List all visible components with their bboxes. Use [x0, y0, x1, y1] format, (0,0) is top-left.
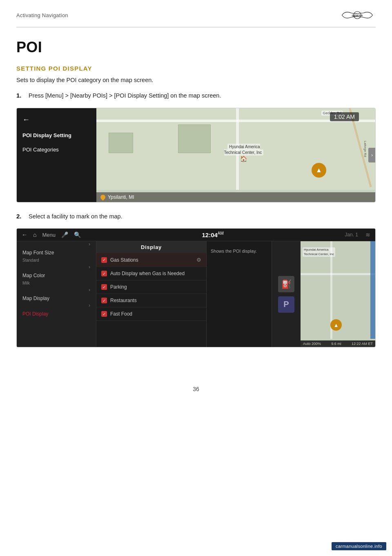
map-font-size-arrow: ›: [89, 241, 90, 247]
gas-checkbox[interactable]: ✓: [101, 257, 107, 263]
step-1-text: Press [Menu] > [Nearby POIs] > [POI Disp…: [29, 91, 221, 100]
menu-item-map-font-size[interactable]: Map Font Size › Standard: [17, 245, 96, 267]
home-icon-s2[interactable]: ⌂: [33, 231, 36, 238]
poi-display-setting-item[interactable]: POI Display Setting: [17, 128, 96, 142]
center-item-gas[interactable]: ✓ Gas Stations ⚙: [96, 253, 206, 267]
screen1-map: Geddes Rd 1:02 AM Hyundai America Techni…: [96, 108, 375, 202]
map-place-label-s2: Hyundai AmericaTechnical Center, Inc: [303, 247, 335, 257]
nav-arrow: ▲: [312, 163, 326, 178]
gas-gear-icon[interactable]: ⚙: [196, 257, 201, 263]
map-bottom-bar: Auto 200% 9.6 mi 12:22 AM ET: [301, 340, 375, 347]
genesis-logo-area: GENESIS: [339, 7, 376, 23]
center-item-auto-display[interactable]: ✓ Auto Display when Gas is Needed: [96, 267, 206, 280]
map-color-label: Map Color: [22, 273, 45, 278]
building-1: [109, 133, 133, 153]
mic-icon-s2[interactable]: 🎤: [61, 231, 68, 238]
center-item-parking[interactable]: ✓ Parking: [96, 280, 206, 294]
step-2-text: Select a facility to mark on the map.: [29, 212, 122, 221]
poi-categories-item[interactable]: POI Categories: [17, 142, 96, 157]
section-heading: SETTING POI DISPLAY: [16, 65, 376, 72]
location-text: Ypsilanti, MI: [108, 194, 134, 200]
svg-text:GENESIS: GENESIS: [352, 14, 363, 17]
screen2-topbar: ← ⌂ Menu 🎤 🔍 12:04AM Jan. 1 ≋: [17, 229, 375, 241]
main-content: POI SETTING POI DISPLAY Sets to display …: [0, 27, 392, 374]
screen2-icons-panel: ⛽ P: [272, 241, 301, 347]
side-expand-arrow[interactable]: ›: [368, 148, 375, 162]
map-bg: [301, 241, 375, 347]
fastfood-checkbox[interactable]: ✓: [101, 311, 107, 317]
location-pin-icon: [100, 193, 107, 200]
step-1-number: 1.: [16, 92, 25, 99]
time-suffix: AM: [218, 231, 224, 236]
map-zoom: Auto 200%: [303, 342, 321, 346]
genesis-logo-icon: GENESIS: [339, 7, 376, 23]
map-color-sub: Milk: [22, 281, 30, 285]
screenshot-1: ← POI Display Setting POI Categories Ged…: [16, 108, 376, 202]
center-item-restaurants[interactable]: ✓ Restaurants: [96, 294, 206, 307]
building-2: [178, 125, 211, 153]
search-icon-s2[interactable]: 🔍: [74, 231, 81, 238]
breadcrumb: Activating Navigation: [16, 12, 68, 18]
auto-display-label: Auto Display when Gas is Needed: [110, 271, 185, 276]
topbar-date: Jan. 1: [345, 232, 358, 238]
step-2-number: 2.: [16, 213, 25, 220]
road-label-laforge: Laforge Rd: [363, 141, 367, 157]
map-route-highlight: [370, 241, 375, 339]
screen2-map: ▲ Hyundai AmericaTechnical Center, Inc A…: [301, 241, 375, 347]
info-text: Shows the POI display.: [211, 249, 257, 254]
center-item-fastfood[interactable]: ✓ Fast Food: [96, 307, 206, 321]
menu-item-poi-display[interactable]: POI Display ›: [17, 306, 96, 321]
screen2-center-panel: Display ✓ Gas Stations ⚙ ✓ Auto Display …: [96, 241, 207, 347]
map-display-arrow: ›: [89, 287, 90, 293]
map-color-arrow: ›: [89, 264, 90, 270]
intro-text: Sets to display the POI category on the …: [16, 76, 376, 85]
parking-icon: P: [278, 296, 294, 313]
display-header: Display: [96, 241, 206, 253]
menu-item-map-display[interactable]: Map Display ›: [17, 290, 96, 306]
auto-display-checkbox[interactable]: ✓: [101, 271, 107, 276]
screen1-display: ← POI Display Setting POI Categories Ged…: [17, 108, 375, 202]
back-icon-s2[interactable]: ←: [22, 231, 27, 238]
map-display-label: Map Display: [22, 296, 49, 301]
topbar-time: 12:04AM: [202, 231, 223, 238]
poi-display-label: POI Display: [22, 311, 48, 317]
screenshot-2: ← ⌂ Menu 🎤 🔍 12:04AM Jan. 1 ≋ Map Font S…: [16, 228, 376, 347]
map-font-size-label: Map Font Size: [22, 250, 54, 256]
map-place-name: Hyundai America Technical Center, Inc 🏠: [224, 143, 263, 162]
watermark: carmanualsonline.info: [332, 542, 386, 550]
screen1-location-bar: Ypsilanti, MI: [96, 192, 375, 202]
map-road-h1: [301, 273, 375, 275]
screen2-info-panel: Shows the POI display.: [207, 241, 272, 347]
time-value: 12:04: [202, 231, 217, 238]
screen2-display: ← ⌂ Menu 🎤 🔍 12:04AM Jan. 1 ≋ Map Font S…: [17, 229, 375, 347]
screen1-sidebar: ← POI Display Setting POI Categories: [17, 108, 96, 202]
back-button-s1[interactable]: ←: [17, 114, 96, 128]
parking-label: Parking: [110, 284, 127, 290]
gas-label: Gas Stations: [110, 257, 138, 263]
parking-checkbox[interactable]: ✓: [101, 284, 107, 290]
screen1-time: 1:02 AM: [330, 112, 359, 121]
step-2: 2. Select a facility to mark on the map.: [16, 212, 376, 221]
menu-item-map-color[interactable]: Map Color › Milk: [17, 267, 96, 290]
map-font-size-sub: Standard: [22, 258, 39, 262]
page-title: POI: [16, 39, 376, 56]
page-number: 36: [0, 374, 392, 400]
menu-label-s2[interactable]: Menu: [42, 232, 56, 238]
signal-icon: ≋: [365, 231, 370, 238]
restaurants-checkbox[interactable]: ✓: [101, 298, 107, 303]
map-distance: 9.6 mi: [331, 342, 341, 346]
screen2-body: Map Font Size › Standard Map Color › Mil…: [17, 241, 375, 347]
gas-station-icon: ⛽: [278, 276, 294, 292]
fastfood-label: Fast Food: [110, 311, 132, 317]
step-1: 1. Press [Menu] > [Nearby POIs] > [POI D…: [16, 91, 376, 100]
poi-display-arrow: ›: [89, 302, 90, 308]
screen2-left-menu: Map Font Size › Standard Map Color › Mil…: [17, 241, 96, 347]
restaurants-label: Restaurants: [110, 298, 137, 303]
page-header: Activating Navigation GENESIS: [0, 0, 392, 27]
map-time: 12:22 AM ET: [352, 342, 373, 346]
